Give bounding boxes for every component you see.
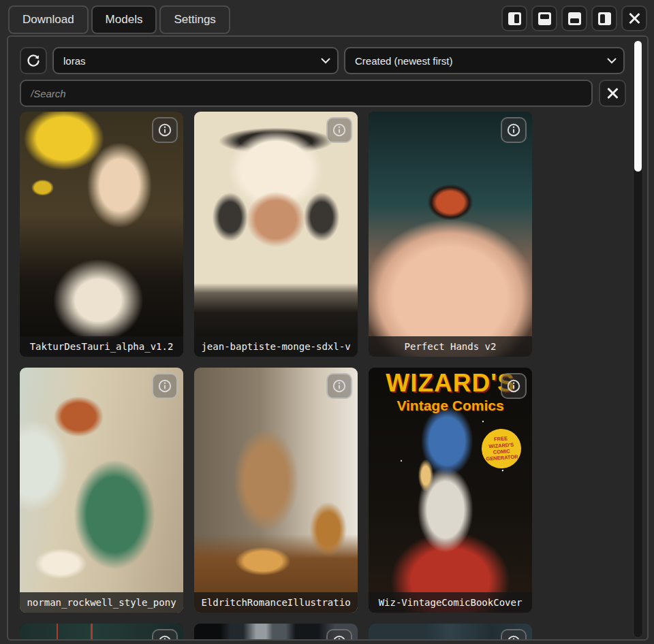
panel-split-right-icon — [508, 12, 521, 25]
tab-bar: Download Models Settings — [8, 5, 230, 34]
split-left-button[interactable] — [591, 5, 617, 31]
model-card-dark-scene-orange-flame[interactable] — [369, 624, 532, 641]
panel-split-top-icon — [538, 12, 551, 25]
refresh-icon — [26, 53, 41, 68]
model-name: EldritchRomanceIllustratio — [201, 597, 350, 608]
model-card-dark-monochrome-scene[interactable] — [194, 624, 358, 641]
tab-download[interactable]: Download — [8, 5, 89, 34]
model-info-button[interactable] — [326, 117, 352, 143]
model-thumbnail — [194, 112, 358, 357]
panel-split-bottom-icon — [568, 12, 581, 25]
model-thumbnail — [369, 368, 532, 613]
split-right-button[interactable] — [501, 5, 527, 31]
model-caption-bar: jean-baptiste-monge-sdxl-v — [194, 336, 358, 357]
model-grid: TakturDesTauri_alpha_v1.2 jean-baptiste-… — [20, 112, 532, 641]
info-icon — [332, 123, 347, 138]
model-caption-bar: EldritchRomanceIllustratio — [194, 592, 358, 613]
model-name: norman_rockwell_style_pony — [27, 597, 176, 608]
search-wrap — [20, 80, 593, 107]
model-type-select-wrap: loras — [52, 47, 339, 74]
model-info-button[interactable] — [501, 629, 527, 641]
info-icon — [157, 123, 172, 138]
model-card-oil-portrait-woman-yellow-flowers[interactable]: TakturDesTauri_alpha_v1.2 — [20, 112, 183, 357]
info-icon — [506, 379, 521, 393]
model-info-button[interactable] — [501, 373, 527, 399]
model-info-button[interactable] — [152, 117, 178, 143]
model-caption-bar: TakturDesTauri_alpha_v1.2 — [20, 336, 183, 357]
info-icon — [332, 379, 347, 393]
model-thumbnail — [20, 112, 183, 357]
clear-search-button[interactable] — [599, 80, 626, 107]
info-icon — [157, 379, 172, 393]
close-window-button[interactable] — [621, 5, 647, 31]
info-icon — [506, 634, 521, 641]
refresh-button[interactable] — [20, 47, 47, 74]
info-icon — [157, 634, 172, 641]
split-bottom-button[interactable] — [561, 5, 587, 31]
model-card-vintage-wizard-comic-cover[interactable]: WIZARD'S Vintage Comics FREE WIZARD'S CO… — [369, 368, 532, 613]
model-info-button[interactable] — [326, 629, 352, 641]
model-caption-bar: norman_rockwell_style_pony — [20, 592, 183, 613]
models-panel: loras Created (newest first) — [7, 35, 649, 641]
model-caption-bar: Perfect Hands v2 — [369, 336, 532, 357]
model-info-button[interactable] — [501, 117, 527, 143]
panel-split-left-icon — [598, 12, 611, 25]
split-top-button[interactable] — [531, 5, 557, 31]
model-thumbnail — [20, 368, 183, 613]
scrollbar-track[interactable] — [633, 39, 643, 638]
model-name: TakturDesTauri_alpha_v1.2 — [30, 341, 174, 352]
model-thumbnail — [369, 112, 532, 357]
sort-select-wrap: Created (newest first) — [344, 47, 625, 74]
model-card-woman-decorating-cake-kitchen[interactable]: norman_rockwell_style_pony — [20, 368, 183, 613]
info-icon — [332, 634, 347, 641]
scrollbar-thumb[interactable] — [634, 41, 642, 172]
model-card-dark-teal-scene-red-stripes[interactable] — [20, 624, 183, 641]
tab-settings[interactable]: Settings — [159, 5, 230, 34]
window-controls — [501, 5, 647, 31]
model-thumbnail — [194, 368, 358, 613]
model-card-cat-at-table-with-pancakes[interactable]: EldritchRomanceIllustratio — [194, 368, 358, 613]
model-name: Wiz-VintageComicBookCover — [379, 597, 523, 608]
search-input[interactable] — [20, 80, 593, 107]
model-info-button[interactable] — [152, 373, 178, 399]
model-type-select[interactable]: loras — [52, 47, 339, 74]
sort-order-select[interactable]: Created (newest first) — [344, 47, 625, 74]
model-caption-bar: Wiz-VintageComicBookCover — [369, 592, 532, 613]
model-info-button[interactable] — [152, 629, 178, 641]
close-icon — [606, 87, 619, 99]
model-name: Perfect Hands v2 — [405, 341, 497, 352]
model-card-pope-dj-headphones-turntable[interactable]: jean-baptiste-monge-sdxl-v — [194, 112, 358, 357]
model-card-butterfly-on-open-palms[interactable]: Perfect Hands v2 — [369, 112, 532, 357]
model-info-button[interactable] — [326, 373, 352, 399]
model-name: jean-baptiste-monge-sdxl-v — [201, 341, 350, 352]
close-icon — [628, 12, 640, 25]
tab-models[interactable]: Models — [91, 5, 157, 34]
info-icon — [506, 123, 521, 138]
